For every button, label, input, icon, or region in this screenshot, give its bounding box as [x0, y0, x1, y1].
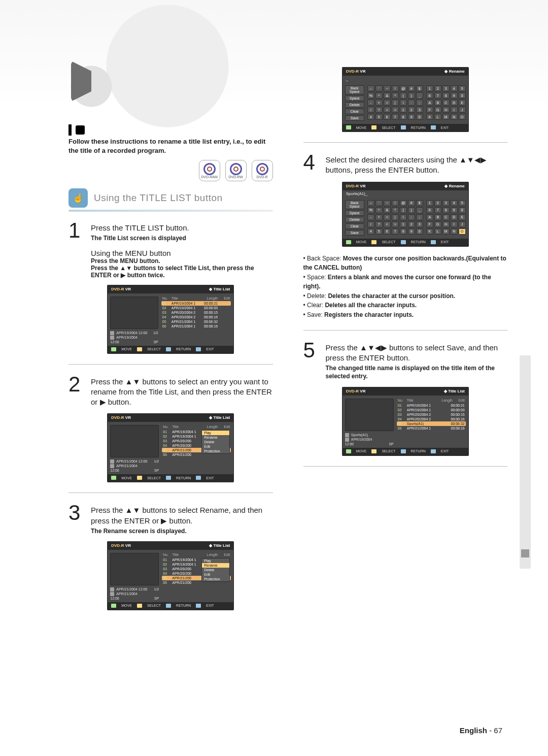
step-5-text: Press the ▲▼◀▶ buttons to select Save, a… — [326, 343, 498, 362]
thumb-index-tab — [520, 355, 531, 569]
symbol-grid-2: –'~!@#$%^&*()_-+=|\:;/?<>1234567890 — [367, 200, 423, 236]
section-ornament — [68, 124, 85, 136]
left-column: Follow these instructions to rename a ti… — [68, 137, 273, 612]
divider — [303, 330, 508, 331]
step-1-text: Press the TITLE LIST button. — [91, 223, 189, 232]
step-number: 5 — [303, 341, 321, 381]
screenshot-title-list-popup: DVD-R VR ◆ Title List APR/21/2004 12:001… — [107, 413, 234, 482]
disc-badge-dvd-ram: DVD-RAM — [199, 160, 220, 181]
symbol-grid: –'~!@#$%^&*()_-+=|\:;/?<>1234567890 — [367, 85, 423, 121]
ornament-square — [76, 125, 85, 135]
step-4-text: Select the desired characters using the … — [326, 155, 487, 174]
step-number: 3 — [68, 503, 86, 535]
step-number: 2 — [68, 375, 86, 408]
screenshot-popup-rename-selected: DVD-R VR ◆ Title List APR/21/2004 12:001… — [107, 541, 234, 610]
step-1b-bold1: Press the MENU button. — [91, 257, 273, 265]
section-title: Using the TITLE LIST button — [94, 192, 223, 204]
step-2-text: Press the ▲▼ buttons to select an entry … — [91, 377, 272, 407]
step-5: 5 Press the ▲▼◀▶ buttons to select Save,… — [303, 341, 508, 381]
footer-lang: English — [460, 726, 487, 735]
step-3-text: Press the ▲▼ buttons to select Rename, a… — [91, 506, 262, 524]
disc-badge-dvd-r: DVD-R — [252, 160, 273, 181]
intro-text: Follow these instructions to rename a ti… — [68, 137, 273, 155]
step-2: 2 Press the ▲▼ buttons to select an entr… — [68, 375, 273, 408]
step-4: 4 Select the desired characters using th… — [303, 153, 508, 176]
divider — [68, 492, 273, 493]
section-rule — [68, 210, 273, 212]
disc-badge-dvd-rw: DVD-RW — [225, 160, 247, 181]
step-1b-text: Using the MENU button — [91, 249, 171, 257]
divider — [303, 142, 508, 143]
step-1-bold: The Title List screen is displayed — [91, 234, 273, 242]
section-heading: ☝ Using the TITLE LIST button — [68, 188, 273, 208]
footer-page: 67 — [494, 726, 502, 735]
context-popup: Play Rename Delete Edit Protection — [201, 558, 230, 582]
step-5-bold: The changed title name is displayed on t… — [326, 364, 508, 380]
right-column: DVD-R VR ◆ Rename _ Back Space Space Del… — [303, 61, 508, 612]
screenshot-rename-blank: DVD-R VR ◆ Rename _ Back Space Space Del… — [342, 67, 469, 132]
hand-pointer-icon: ☝ — [68, 188, 88, 208]
rename-input-line: Sports(A1)_ — [342, 190, 469, 197]
number-grid: 1234567890ABCDEFGHIJKLMNO — [426, 85, 466, 121]
page-footer: English - 67 — [460, 726, 502, 735]
context-popup: Play Rename Delete Edit Protection — [201, 430, 230, 454]
step-1: 1 Press the TITLE LIST button. The Title… — [68, 221, 273, 242]
screenshot-rename-typed: DVD-R VR ◆ Rename Sports(A1)_ Back Space… — [342, 182, 469, 247]
rename-input-line: _ — [342, 76, 469, 82]
ornament-bar — [68, 124, 72, 136]
play-triangle-icon — [71, 61, 112, 102]
screenshot-title-list-renamed: DVD-R VR ◆ Title List Sports(A1) APR/19/… — [342, 387, 469, 456]
thumb-index-square-icon — [521, 549, 529, 557]
number-grid-2: 1234567890ABCDEFGHIJKLMNO — [426, 200, 466, 236]
step-number: 1 — [68, 221, 86, 242]
divider — [68, 364, 273, 365]
key-function-definitions: • Back Space: Moves the cursor one posit… — [303, 254, 508, 320]
step-1b-bold2: Press the ▲▼ buttons to select Title Lis… — [91, 265, 273, 279]
step-3: 3 Press the ▲▼ buttons to select Rename,… — [68, 503, 273, 535]
divider — [303, 466, 508, 467]
step-3-bold: The Rename screen is displayed. — [91, 527, 273, 535]
step-1-menu-alt: Using the MENU button Press the MENU but… — [91, 249, 273, 279]
screenshot-title-list: DVD-R VR ◆ Title List APR/19/2004 12:001… — [107, 285, 234, 354]
step-number: 4 — [303, 153, 321, 176]
disc-compat-badges: DVD-RAM DVD-RW DVD-R — [68, 160, 273, 181]
